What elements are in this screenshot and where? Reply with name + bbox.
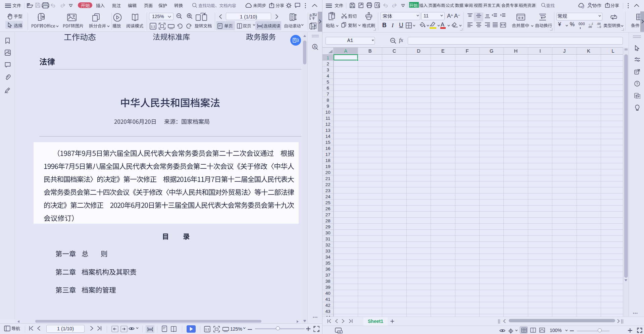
svg-text:26: 26 — [325, 206, 330, 211]
svg-text:6: 6 — [327, 86, 329, 91]
svg-text:32: 32 — [325, 242, 330, 247]
svg-text:W: W — [42, 15, 45, 18]
svg-text:19: 19 — [325, 164, 330, 169]
svg-text:12: 12 — [325, 122, 330, 127]
svg-text:a: a — [635, 94, 637, 97]
svg-text:a: a — [312, 25, 314, 28]
svg-text:25: 25 — [325, 200, 330, 205]
svg-text:35: 35 — [325, 261, 330, 266]
svg-text:15: 15 — [325, 140, 330, 145]
svg-text:2: 2 — [327, 61, 329, 66]
svg-text:18: 18 — [325, 158, 330, 163]
svg-text:E: E — [441, 48, 445, 54]
svg-text:30: 30 — [325, 230, 330, 235]
svg-text:G: G — [490, 48, 493, 54]
svg-text:A: A — [344, 48, 347, 54]
svg-text:37: 37 — [325, 273, 330, 278]
svg-text:3: 3 — [327, 67, 329, 72]
svg-text:1:1: 1:1 — [205, 328, 209, 331]
svg-text:?: ? — [636, 82, 638, 86]
svg-text:27: 27 — [325, 212, 330, 217]
svg-text:10: 10 — [325, 110, 330, 115]
svg-text:5: 5 — [327, 79, 329, 85]
svg-text:.00: .00 — [588, 25, 592, 28]
svg-text:I: I — [539, 48, 541, 54]
svg-text:H: H — [514, 48, 517, 54]
svg-text:20: 20 — [325, 170, 330, 175]
svg-text:4: 4 — [327, 73, 329, 78]
svg-text:B: B — [368, 48, 372, 54]
svg-text:a: a — [309, 13, 312, 17]
svg-text:24: 24 — [325, 194, 331, 199]
svg-text:K: K — [587, 48, 590, 54]
svg-text:J: J — [563, 48, 565, 54]
svg-text:D: D — [417, 48, 420, 54]
svg-text:13: 13 — [325, 128, 330, 133]
svg-text:33: 33 — [325, 248, 330, 254]
svg-text:16: 16 — [325, 146, 330, 151]
svg-text:L: L — [612, 48, 614, 54]
svg-text:23: 23 — [325, 188, 330, 193]
svg-text:9: 9 — [327, 104, 329, 109]
svg-text:C: C — [393, 48, 396, 54]
svg-text:36: 36 — [325, 267, 330, 272]
svg-text:17: 17 — [325, 152, 330, 157]
svg-text:42: 42 — [325, 303, 330, 308]
svg-text:→.0: →.0 — [596, 25, 601, 28]
svg-text:39: 39 — [325, 285, 330, 290]
svg-text:31: 31 — [325, 236, 330, 241]
svg-text:1:1: 1:1 — [151, 24, 155, 28]
svg-text:JS: JS — [338, 331, 341, 334]
svg-text:A: A — [314, 45, 316, 49]
svg-text:22: 22 — [325, 182, 330, 187]
svg-text:8: 8 — [327, 98, 329, 103]
svg-text:40: 40 — [325, 291, 330, 296]
svg-text:34: 34 — [325, 255, 331, 260]
svg-text:1: 1 — [327, 55, 329, 60]
svg-text:F: F — [466, 48, 469, 54]
svg-text:21: 21 — [325, 176, 330, 181]
svg-text:38: 38 — [325, 279, 330, 284]
svg-text:28: 28 — [325, 218, 330, 223]
svg-text:7: 7 — [327, 92, 329, 97]
svg-text:11: 11 — [326, 116, 330, 121]
svg-text:14: 14 — [325, 134, 331, 139]
svg-text:29: 29 — [325, 224, 330, 229]
svg-text:41: 41 — [325, 297, 330, 302]
svg-text:43: 43 — [325, 309, 330, 314]
